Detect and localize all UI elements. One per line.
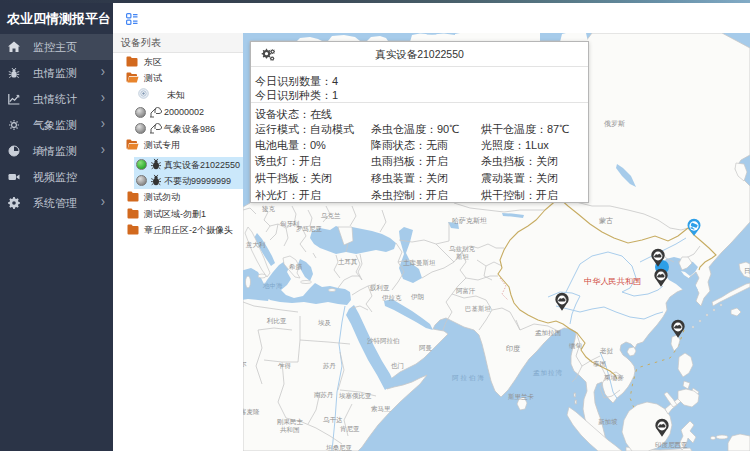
svg-text:罗马尼亚: 罗马尼亚: [296, 225, 323, 233]
svg-text:坦桑尼亚: 坦桑尼亚: [325, 444, 353, 451]
svg-text:乌克兰: 乌克兰: [321, 212, 341, 220]
svg-text:印度尼西亚: 印度尼西亚: [655, 441, 688, 449]
svg-text:索马里: 索马里: [371, 405, 391, 412]
svg-text:意大利: 意大利: [245, 241, 266, 248]
svg-text:巴基斯坦: 巴基斯坦: [465, 305, 492, 312]
svg-text:孟加拉国: 孟加拉国: [535, 329, 561, 336]
svg-text:埃塞俄比亚: 埃塞俄比亚: [338, 392, 372, 400]
svg-text:印度: 印度: [506, 345, 520, 353]
svg-text:共和国: 共和国: [280, 426, 300, 434]
svg-text:乌干达: 乌干达: [323, 416, 343, 424]
svg-text:伊拉克: 伊拉克: [382, 294, 402, 302]
svg-text:地中海: 地中海: [263, 282, 283, 290]
svg-text:乍得: 乍得: [277, 362, 292, 370]
svg-text:希腊: 希腊: [289, 263, 303, 270]
svg-text:中华人民共和国: 中华人民共和国: [584, 277, 641, 286]
svg-text:利比亚: 利比亚: [266, 317, 287, 324]
svg-text:尔: 尔: [243, 360, 247, 367]
svg-text:苏丹: 苏丹: [322, 362, 337, 370]
svg-text:阿拉伯海: 阿拉伯海: [452, 374, 486, 382]
svg-text:刚果民主: 刚果民主: [277, 418, 304, 426]
svg-text:阿富汗: 阿富汗: [456, 287, 476, 295]
svg-text:伊朗: 伊朗: [411, 293, 424, 301]
svg-text:乌兹别克: 乌兹别克: [449, 245, 476, 253]
svg-text:捷克: 捷克: [262, 205, 276, 213]
svg-text:孟加拉湾: 孟加拉湾: [533, 369, 563, 377]
svg-text:叙利亚: 叙利亚: [369, 284, 390, 292]
svg-text:日: 日: [744, 267, 750, 274]
svg-text:泰国: 泰国: [593, 360, 606, 368]
svg-text:新加坡: 新加坡: [598, 418, 618, 425]
svg-text:南苏丹: 南苏丹: [314, 391, 334, 399]
svg-text:柬埔寨: 柬埔寨: [604, 374, 624, 381]
svg-text:哈萨克斯坦: 哈萨克斯坦: [452, 217, 487, 225]
svg-text:也门: 也门: [391, 362, 404, 369]
svg-text:蒙古: 蒙古: [599, 217, 613, 225]
svg-text:土库曼斯坦: 土库曼斯坦: [403, 259, 436, 267]
svg-text:斯里兰卡: 斯里兰卡: [508, 393, 535, 400]
svg-text:沙特阿拉伯: 沙特阿拉伯: [367, 337, 400, 345]
svg-text:斯坦: 斯坦: [456, 253, 470, 260]
svg-text:缅甸: 缅甸: [569, 342, 582, 349]
svg-text:土耳其: 土耳其: [338, 258, 358, 266]
svg-text:老挝: 老挝: [600, 347, 614, 355]
svg-text:阿曼: 阿曼: [419, 344, 433, 352]
svg-text:喀麦隆: 喀麦隆: [243, 408, 260, 416]
svg-text:肯尼亚: 肯尼亚: [340, 425, 360, 432]
svg-text:俄罗斯: 俄罗斯: [604, 120, 625, 128]
svg-text:埃及: 埃及: [317, 319, 332, 326]
